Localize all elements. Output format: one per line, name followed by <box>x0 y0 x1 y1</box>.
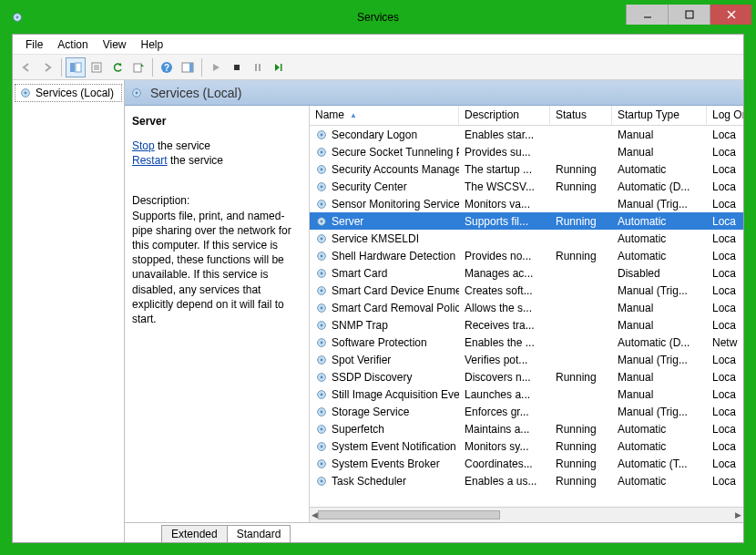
svg-point-60 <box>321 427 323 430</box>
column-startup[interactable]: Startup Type <box>612 106 707 125</box>
maximize-button[interactable] <box>668 5 710 25</box>
pause-service-button[interactable] <box>248 57 268 77</box>
header-banner: Services (Local) <box>125 80 743 106</box>
gear-icon <box>315 232 328 245</box>
table-row[interactable]: Shell Hardware DetectionProvides no...Ru… <box>310 247 743 264</box>
svg-point-26 <box>321 133 323 136</box>
gear-icon <box>315 354 328 366</box>
detail-panel: Server Stop the service Restart the serv… <box>125 106 309 522</box>
gear-icon <box>315 406 328 418</box>
table-row[interactable]: SSDP DiscoveryDiscovers n...RunningManua… <box>310 368 743 385</box>
table-row[interactable]: System Events BrokerCoordinates...Runnin… <box>310 455 743 472</box>
menubar: File Action View Help <box>13 35 743 55</box>
banner-title: Services (Local) <box>150 86 241 100</box>
table-row[interactable]: Spot VerifierVerifies pot...Manual (Trig… <box>310 351 743 368</box>
table-row[interactable]: Security Accounts ManagerThe startup ...… <box>310 160 743 178</box>
table-row[interactable]: System Event Notification S...Monitors s… <box>310 437 743 455</box>
gear-icon <box>315 146 328 159</box>
table-row[interactable]: Software ProtectionEnables the ...Automa… <box>310 334 743 351</box>
properties-button[interactable] <box>87 57 107 77</box>
show-hide-tree-button[interactable] <box>66 57 86 77</box>
list-header: Name▲ Description Status Startup Type Lo… <box>310 106 743 126</box>
gear-icon <box>315 215 328 228</box>
table-row[interactable]: Sensor Monitoring ServiceMonitors va...M… <box>310 195 743 212</box>
gear-icon <box>315 319 328 332</box>
list-view: Name▲ Description Status Startup Type Lo… <box>309 106 743 522</box>
svg-point-30 <box>321 168 323 170</box>
svg-rect-12 <box>134 64 141 72</box>
menu-view[interactable]: View <box>96 36 134 53</box>
restart-link[interactable]: Restart <box>132 154 168 167</box>
svg-point-32 <box>321 185 323 188</box>
sort-asc-icon: ▲ <box>350 111 357 119</box>
table-row[interactable]: Smart Card Removal PolicyAllows the s...… <box>310 299 743 316</box>
gear-icon <box>315 475 328 488</box>
toolbar-separator <box>61 58 62 77</box>
scroll-right-icon[interactable]: ▶ <box>735 510 741 519</box>
menu-file[interactable]: File <box>18 36 50 53</box>
menu-help[interactable]: Help <box>134 36 171 53</box>
tab-standard[interactable]: Standard <box>227 525 291 542</box>
stop-service-button[interactable] <box>227 57 247 77</box>
svg-point-50 <box>321 341 323 344</box>
table-row[interactable]: Security CenterThe WSCSV...RunningAutoma… <box>310 178 743 195</box>
svg-point-28 <box>321 150 323 153</box>
minimize-button[interactable] <box>626 5 668 25</box>
forward-button[interactable] <box>37 57 57 77</box>
table-row[interactable]: Service KMSELDIAutomaticLoca <box>310 230 743 247</box>
svg-point-66 <box>321 479 323 482</box>
tree-item-services-local[interactable]: Services (Local) <box>15 84 122 102</box>
service-description: Supports file, print, and named-pipe sha… <box>132 209 301 327</box>
refresh-button[interactable] <box>107 57 128 77</box>
restart-service-button[interactable] <box>269 57 289 77</box>
gear-icon <box>315 388 328 401</box>
gear-icon <box>315 457 328 470</box>
svg-rect-18 <box>255 64 257 71</box>
table-row[interactable]: Smart CardManages ac...DisabledLoca <box>310 264 743 282</box>
table-row[interactable]: Task SchedulerEnables a us...RunningAuto… <box>310 472 743 489</box>
start-service-button[interactable] <box>206 57 226 77</box>
gear-icon <box>315 440 328 453</box>
table-row[interactable]: ServerSupports fil...RunningAutomaticLoc… <box>310 212 743 230</box>
back-button[interactable] <box>16 57 36 77</box>
table-row[interactable]: Secure Socket Tunneling Pr...Provides su… <box>310 143 743 160</box>
list-body[interactable]: Secondary LogonEnables star...ManualLoca… <box>310 126 743 507</box>
column-description[interactable]: Description <box>459 106 550 125</box>
horizontal-scrollbar[interactable]: ◀ ▶ <box>310 507 743 522</box>
toolbar: ? <box>13 55 743 80</box>
tab-extended[interactable]: Extended <box>161 525 228 542</box>
column-status[interactable]: Status <box>550 106 612 125</box>
toolbar-separator <box>152 58 153 77</box>
gear-icon <box>315 250 328 262</box>
gear-icon <box>315 267 328 280</box>
table-row[interactable]: Secondary LogonEnables star...ManualLoca <box>310 126 743 143</box>
close-button[interactable] <box>710 5 751 25</box>
gear-icon <box>315 163 328 176</box>
gear-icon <box>19 87 32 99</box>
column-logon[interactable]: Log On As <box>707 106 743 125</box>
export-list-button[interactable] <box>128 57 148 77</box>
scroll-thumb[interactable] <box>318 510 500 519</box>
svg-point-62 <box>321 445 323 447</box>
service-name: Server <box>132 115 301 128</box>
table-row[interactable]: Still Image Acquisition EventsLaunches a… <box>310 385 743 403</box>
svg-point-42 <box>321 272 323 274</box>
view-tabs: Extended Standard <box>125 522 743 542</box>
svg-rect-6 <box>70 63 75 72</box>
gear-icon <box>315 128 328 141</box>
titlebar[interactable]: Services <box>5 5 751 30</box>
menu-action[interactable]: Action <box>50 36 95 53</box>
show-hide-action-pane-button[interactable] <box>178 57 198 77</box>
scroll-left-icon[interactable]: ◀ <box>312 510 318 519</box>
column-name[interactable]: Name▲ <box>310 106 459 125</box>
stop-link[interactable]: Stop <box>132 139 155 152</box>
table-row[interactable]: Storage ServiceEnforces gr...Manual (Tri… <box>310 403 743 420</box>
restart-suffix: the service <box>168 154 223 167</box>
table-row[interactable]: Smart Card Device Enumera...Creates soft… <box>310 282 743 299</box>
table-row[interactable]: SuperfetchMaintains a...RunningAutomatic… <box>310 420 743 437</box>
table-row[interactable]: SNMP TrapReceives tra...ManualLoca <box>310 316 743 334</box>
help-button[interactable]: ? <box>157 57 177 77</box>
svg-point-36 <box>321 220 323 222</box>
gear-icon <box>315 336 328 349</box>
svg-rect-20 <box>281 64 282 71</box>
